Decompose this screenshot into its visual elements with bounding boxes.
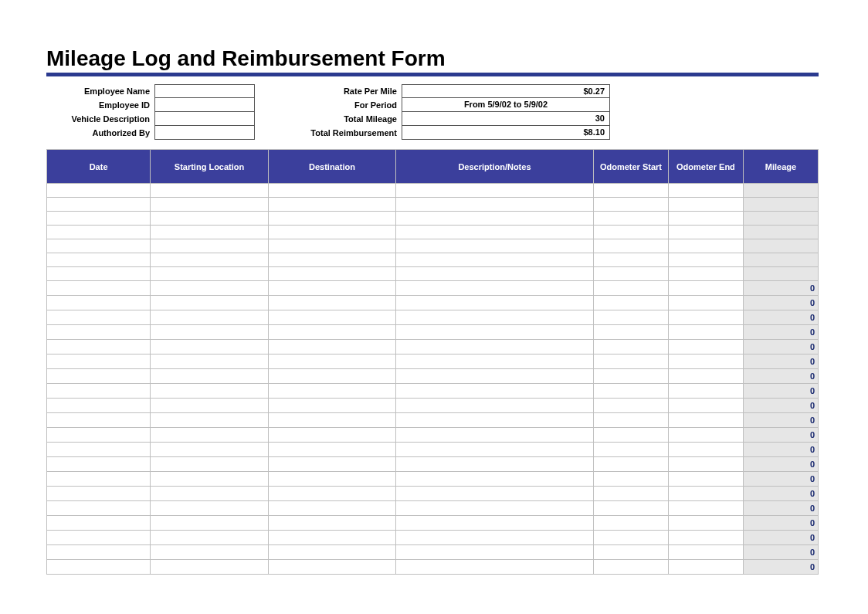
- cell-date[interactable]: [47, 531, 151, 545]
- cell-start[interactable]: [151, 560, 269, 575]
- cell-date[interactable]: [47, 226, 151, 239]
- cell-dest[interactable]: [268, 253, 395, 267]
- cell-dest[interactable]: [268, 212, 395, 226]
- cell-date[interactable]: [47, 354, 151, 369]
- cell-od-start[interactable]: [593, 281, 668, 296]
- cell-od-start[interactable]: [593, 253, 668, 267]
- cell-od-end[interactable]: [668, 296, 743, 310]
- cell-desc[interactable]: [396, 413, 594, 428]
- cell-desc[interactable]: [396, 281, 594, 296]
- cell-dest[interactable]: [268, 413, 395, 428]
- cell-od-start[interactable]: [593, 184, 668, 198]
- cell-start[interactable]: [151, 239, 269, 253]
- cell-dest[interactable]: [268, 354, 395, 369]
- cell-od-start[interactable]: [593, 531, 668, 545]
- cell-od-end[interactable]: [668, 212, 743, 226]
- cell-od-start[interactable]: [593, 443, 668, 457]
- cell-dest[interactable]: [268, 472, 395, 487]
- cell-od-start[interactable]: [593, 296, 668, 310]
- cell-desc[interactable]: [396, 212, 594, 226]
- cell-dest[interactable]: [268, 384, 395, 399]
- cell-od-end[interactable]: [668, 487, 743, 501]
- cell-dest[interactable]: [268, 340, 395, 354]
- cell-dest[interactable]: [268, 310, 395, 325]
- cell-od-start[interactable]: [593, 487, 668, 501]
- cell-start[interactable]: [151, 457, 269, 472]
- cell-start[interactable]: [151, 413, 269, 428]
- cell-od-start[interactable]: [593, 369, 668, 384]
- cell-od-end[interactable]: [668, 253, 743, 267]
- cell-date[interactable]: [47, 443, 151, 457]
- cell-od-end[interactable]: [668, 310, 743, 325]
- authorized-by-field[interactable]: [154, 126, 255, 140]
- cell-dest[interactable]: [268, 501, 395, 516]
- cell-date[interactable]: [47, 281, 151, 296]
- cell-start[interactable]: [151, 340, 269, 354]
- cell-dest[interactable]: [268, 516, 395, 531]
- cell-date[interactable]: [47, 325, 151, 340]
- cell-start[interactable]: [151, 472, 269, 487]
- cell-od-start[interactable]: [593, 340, 668, 354]
- cell-date[interactable]: [47, 212, 151, 226]
- cell-desc[interactable]: [396, 487, 594, 501]
- cell-od-end[interactable]: [668, 545, 743, 560]
- cell-dest[interactable]: [268, 457, 395, 472]
- cell-desc[interactable]: [396, 354, 594, 369]
- cell-date[interactable]: [47, 310, 151, 325]
- cell-date[interactable]: [47, 399, 151, 413]
- cell-date[interactable]: [47, 340, 151, 354]
- cell-od-start[interactable]: [593, 384, 668, 399]
- cell-desc[interactable]: [396, 516, 594, 531]
- cell-dest[interactable]: [268, 531, 395, 545]
- cell-start[interactable]: [151, 501, 269, 516]
- cell-desc[interactable]: [396, 267, 594, 281]
- cell-od-start[interactable]: [593, 399, 668, 413]
- cell-od-end[interactable]: [668, 472, 743, 487]
- cell-od-start[interactable]: [593, 354, 668, 369]
- cell-od-end[interactable]: [668, 384, 743, 399]
- cell-date[interactable]: [47, 384, 151, 399]
- cell-od-end[interactable]: [668, 560, 743, 575]
- cell-od-start[interactable]: [593, 239, 668, 253]
- cell-desc[interactable]: [396, 545, 594, 560]
- cell-dest[interactable]: [268, 281, 395, 296]
- cell-start[interactable]: [151, 443, 269, 457]
- cell-od-end[interactable]: [668, 198, 743, 212]
- cell-od-end[interactable]: [668, 369, 743, 384]
- cell-od-start[interactable]: [593, 428, 668, 443]
- cell-dest[interactable]: [268, 560, 395, 575]
- employee-id-field[interactable]: [154, 98, 255, 112]
- cell-desc[interactable]: [396, 340, 594, 354]
- cell-start[interactable]: [151, 545, 269, 560]
- cell-date[interactable]: [47, 501, 151, 516]
- cell-dest[interactable]: [268, 267, 395, 281]
- cell-start[interactable]: [151, 384, 269, 399]
- cell-start[interactable]: [151, 184, 269, 198]
- cell-date[interactable]: [47, 413, 151, 428]
- cell-od-end[interactable]: [668, 516, 743, 531]
- cell-start[interactable]: [151, 487, 269, 501]
- for-period-field[interactable]: From 5/9/02 to 5/9/02: [402, 98, 610, 112]
- cell-od-end[interactable]: [668, 531, 743, 545]
- cell-date[interactable]: [47, 296, 151, 310]
- cell-desc[interactable]: [396, 226, 594, 239]
- cell-dest[interactable]: [268, 428, 395, 443]
- cell-start[interactable]: [151, 281, 269, 296]
- cell-od-end[interactable]: [668, 226, 743, 239]
- cell-date[interactable]: [47, 239, 151, 253]
- cell-start[interactable]: [151, 267, 269, 281]
- cell-od-start[interactable]: [593, 457, 668, 472]
- cell-dest[interactable]: [268, 184, 395, 198]
- cell-od-start[interactable]: [593, 267, 668, 281]
- cell-od-start[interactable]: [593, 198, 668, 212]
- cell-start[interactable]: [151, 531, 269, 545]
- cell-od-end[interactable]: [668, 281, 743, 296]
- cell-desc[interactable]: [396, 399, 594, 413]
- cell-dest[interactable]: [268, 226, 395, 239]
- cell-date[interactable]: [47, 545, 151, 560]
- cell-desc[interactable]: [396, 198, 594, 212]
- cell-od-end[interactable]: [668, 413, 743, 428]
- cell-dest[interactable]: [268, 443, 395, 457]
- cell-desc[interactable]: [396, 325, 594, 340]
- cell-start[interactable]: [151, 253, 269, 267]
